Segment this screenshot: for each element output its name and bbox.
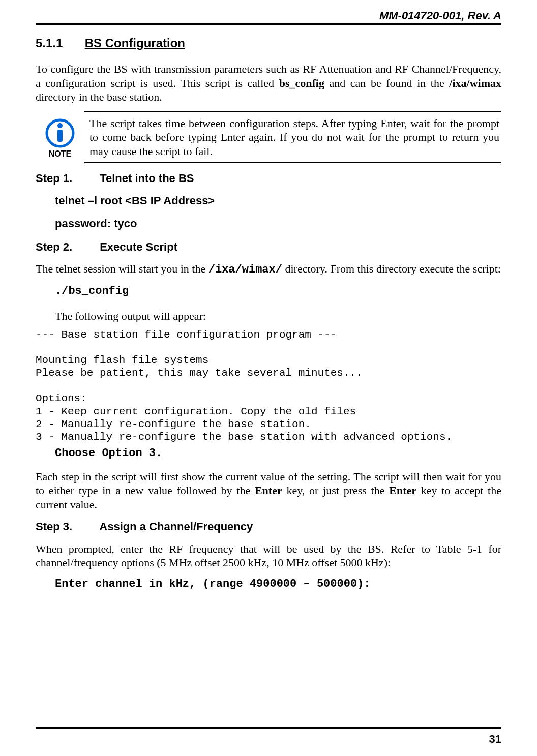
svg-rect-2 (57, 130, 63, 142)
intro-text-3: directory in the base station. (36, 90, 162, 103)
step2-p3b: key, or just press the (282, 484, 390, 497)
step2-paragraph-2: The following output will appear: (55, 309, 501, 323)
step2-path: /ixa/wimax/ (208, 263, 282, 276)
step2-p1a: The telnet session will start you in the (36, 262, 208, 275)
note-block: NOTE The script takes time between confi… (36, 111, 501, 164)
page-number: 31 (489, 733, 501, 746)
step2-output: --- Base station file configuration prog… (36, 328, 501, 444)
step2-paragraph-3: Each step in the script will first show … (36, 470, 501, 512)
info-icon (45, 118, 75, 148)
note-text: The script takes time between configurat… (84, 111, 501, 164)
header-doc-id: MM-014720-001, Rev. A (379, 9, 501, 22)
section-heading: 5.1.1 BS Configuration (36, 36, 501, 51)
note-label: NOTE (49, 149, 71, 159)
step1-password-line: password: tyco (55, 217, 501, 231)
bottom-rule (36, 727, 501, 729)
step2-command: ./bs_config (55, 284, 501, 298)
step3-label: Step 3. (36, 520, 97, 534)
step2-title: Execute Script (100, 240, 177, 253)
step2-p1b: directory. From this directory execute t… (282, 262, 501, 275)
step3-command: Enter channel in kHz, (range 4900000 – 5… (55, 577, 501, 591)
step1-title: Telnet into the BS (100, 172, 194, 185)
step2-heading: Step 2. Execute Script (36, 240, 501, 254)
step2-label: Step 2. (36, 240, 97, 254)
intro-paragraph: To configure the BS with transmission pa… (36, 62, 501, 104)
step3-paragraph-1: When prompted, enter the RF frequency th… (36, 542, 501, 570)
page: MM-014720-001, Rev. A 5.1.1 BS Configura… (0, 0, 537, 756)
top-rule (36, 23, 501, 25)
note-icon-cell: NOTE (36, 111, 84, 164)
step2-paragraph-1: The telnet session will start you in the… (36, 262, 501, 277)
step1-heading: Step 1. Telnet into the BS (36, 171, 501, 186)
intro-text-2: and can be found in the (324, 77, 449, 89)
section-title: BS Configuration (85, 36, 185, 50)
section-number: 5.1.1 (36, 36, 81, 51)
svg-point-1 (57, 123, 63, 128)
step3-title: Assign a Channel/Frequency (99, 520, 253, 533)
content: 5.1.1 BS Configuration To configure the … (36, 32, 501, 591)
step2-choose: Choose Option 3. (55, 446, 501, 461)
step3-heading: Step 3. Assign a Channel/Frequency (36, 520, 501, 534)
step1-telnet-line: telnet –l root <BS IP Address> (55, 194, 501, 208)
step2-enter-1: Enter (255, 484, 282, 497)
intro-bold-path: /ixa/wimax (449, 77, 501, 89)
step2-enter-2: Enter (389, 484, 416, 497)
intro-bold-bsconfig: bs_config (279, 77, 324, 89)
step1-label: Step 1. (36, 171, 97, 186)
